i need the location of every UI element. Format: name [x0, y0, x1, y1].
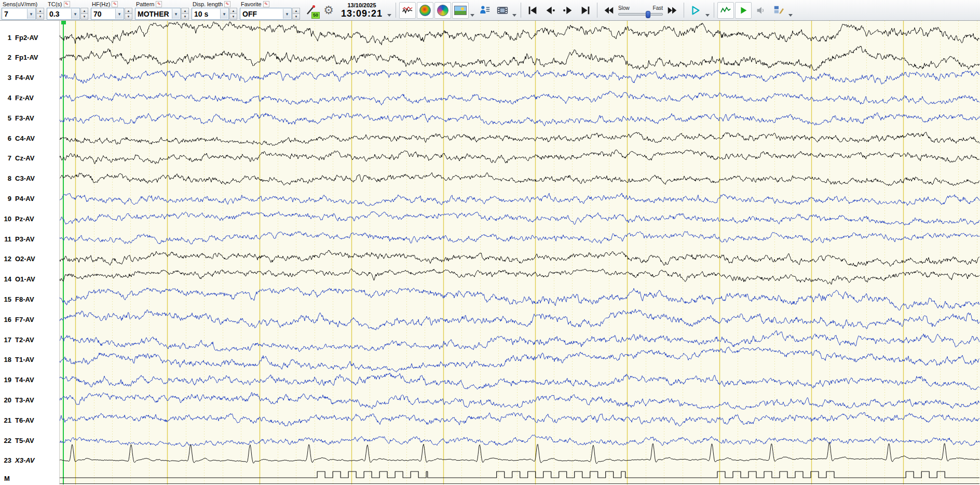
channel-number: 23	[0, 456, 11, 464]
display-length-dropdown-arrow-icon[interactable]: ▾	[220, 9, 228, 19]
display-length-select[interactable]: 10 s ▾	[192, 8, 229, 20]
favorite-select[interactable]: OFF ▾	[240, 8, 292, 20]
channel-row[interactable]: 5F3-AV	[0, 113, 59, 123]
channel-number: 6	[0, 134, 11, 142]
channel-number: 15	[0, 295, 11, 303]
channel-row[interactable]: 22T5-AV	[0, 436, 59, 445]
channel-row[interactable]: 16F7-AV	[0, 315, 59, 324]
pattern-edit-icon[interactable]: ✎	[156, 1, 162, 7]
channel-row[interactable]: 6C4-AV	[0, 133, 59, 143]
trend-view-button[interactable]	[717, 2, 734, 19]
channel-label: F7-AV	[15, 316, 34, 324]
channel-row[interactable]: 12O2-AV	[0, 254, 59, 264]
pattern-spin-down-button[interactable]: ▾	[181, 14, 189, 20]
waveform-display-button[interactable]	[399, 2, 416, 19]
auto-play-button[interactable]	[735, 2, 752, 19]
hf-dropdown-arrow-icon[interactable]: ▾	[115, 9, 123, 19]
sens-label-text: Sens(uV/mm)	[3, 1, 37, 7]
eeg-canvas[interactable]	[60, 21, 979, 484]
sens-dropdown-arrow-icon[interactable]: ▾	[27, 9, 35, 19]
channel-row[interactable]: 21T6-AV	[0, 415, 59, 425]
display-length-value: 10 s	[194, 10, 208, 18]
channel-row[interactable]: 10Pz-AV	[0, 214, 59, 223]
channel-row[interactable]: 8C3-AV	[0, 174, 59, 183]
channel-row[interactable]: 1Fp2-AV	[0, 33, 59, 42]
favorite-control: Favorite✎ OFF ▾ ▴ ▾	[240, 1, 300, 20]
play-caret-icon[interactable]	[705, 14, 710, 17]
favorite-edit-icon[interactable]: ✎	[263, 1, 269, 7]
channel-row[interactable]: 4Fz-AV	[0, 93, 59, 102]
channel-row[interactable]: 17T2-AV	[0, 335, 59, 344]
settings-button[interactable]: ⚙	[320, 2, 337, 19]
channel-row[interactable]: 14O1-AV	[0, 275, 59, 284]
hf-select[interactable]: 70 ▾	[91, 8, 124, 20]
channel-number: 21	[0, 416, 11, 424]
clock-dropdown-caret-icon[interactable]	[387, 14, 391, 17]
audio-button[interactable]	[753, 2, 769, 19]
skip-end-icon	[580, 5, 591, 16]
sens-spin-down-button[interactable]: ▾	[36, 14, 44, 20]
brain-topography-button[interactable]	[417, 2, 433, 19]
channel-number: 4	[0, 94, 11, 102]
hf-label: HF(Hz)✎	[91, 1, 132, 8]
pattern-spin-up-button[interactable]: ▴	[181, 8, 189, 14]
channel-row[interactable]: 3F4-AV	[0, 73, 59, 83]
tc-dropdown-arrow-icon[interactable]: ▾	[71, 9, 79, 19]
display-mode-caret-icon[interactable]	[470, 14, 474, 17]
channel-row[interactable]: 18T1-AV	[0, 355, 59, 365]
annotation-tools-button[interactable]	[770, 2, 787, 19]
patient-info-button[interactable]	[477, 2, 493, 19]
display-length-spin-down-button[interactable]: ▾	[229, 14, 237, 20]
pattern-dropdown-arrow-icon[interactable]: ▾	[172, 9, 180, 19]
trend-icon	[720, 5, 731, 16]
channel-row[interactable]: 23X3-AV	[0, 456, 59, 465]
hf-control: HF(Hz)✎ 70 ▾ ▴ ▾	[91, 1, 132, 20]
tc-label: TC(s)✎	[47, 1, 88, 8]
color-density-map-button[interactable]	[434, 2, 451, 19]
channel-row[interactable]: 20T3-AV	[0, 395, 59, 405]
play-button[interactable]	[687, 2, 704, 19]
display-length-spin-up-button[interactable]: ▴	[229, 8, 237, 14]
trace-area[interactable]	[60, 21, 980, 484]
tc-edit-icon[interactable]: ✎	[64, 1, 70, 7]
step-back-button[interactable]	[542, 2, 559, 19]
step-forward-button[interactable]	[560, 2, 576, 19]
sens-spin-up-button[interactable]: ▴	[36, 8, 44, 14]
tools-caret-icon[interactable]	[788, 14, 793, 17]
favorite-dropdown-arrow-icon[interactable]: ▾	[283, 9, 291, 19]
hf-spin-down-button[interactable]: ▾	[125, 14, 132, 20]
hf-spin-up-button[interactable]: ▴	[125, 8, 132, 14]
channel-row[interactable]: 9P4-AV	[0, 194, 59, 203]
video-button[interactable]	[494, 2, 511, 19]
fast-rewind-button[interactable]	[601, 2, 617, 19]
tc-select[interactable]: 0.3 ▾	[47, 8, 80, 20]
display-length-edit-icon[interactable]: ✎	[224, 1, 230, 7]
toolbar-separator	[714, 3, 714, 18]
hf-edit-icon[interactable]: ✎	[112, 1, 118, 7]
sens-select[interactable]: 7 ▾	[2, 8, 36, 20]
rewind-icon	[603, 5, 615, 16]
channel-label: T1-AV	[15, 356, 34, 363]
tc-spin-down-button[interactable]: ▾	[80, 14, 88, 20]
video-caret-icon[interactable]	[512, 14, 516, 17]
channel-number: 10	[0, 215, 11, 223]
channel-label: Cz-AV	[15, 154, 34, 162]
channel-row[interactable]: 11P3-AV	[0, 234, 59, 244]
notch-filter-button[interactable]: 50	[303, 2, 319, 19]
speed-slider-handle[interactable]	[646, 11, 650, 18]
tc-spin-up-button[interactable]: ▴	[80, 8, 88, 14]
skip-to-start-button[interactable]	[524, 2, 541, 19]
pattern-select[interactable]: MOTHER ▾	[135, 8, 181, 20]
favorite-spin-down-button[interactable]: ▾	[292, 14, 300, 20]
channel-row[interactable]: 7Cz-AV	[0, 154, 59, 163]
speed-slider-track[interactable]	[618, 13, 663, 16]
toolbar-separator	[396, 3, 396, 18]
channel-row[interactable]: 2Fp1-AV	[0, 53, 59, 62]
fast-forward-button[interactable]	[664, 2, 680, 19]
skip-to-end-button[interactable]	[577, 2, 594, 19]
channel-row[interactable]: 15F8-AV	[0, 294, 59, 304]
favorite-spin-up-button[interactable]: ▴	[292, 8, 300, 14]
image-view-button[interactable]	[452, 2, 469, 19]
slider-slow-label: Slow	[618, 5, 630, 11]
channel-row[interactable]: 19T4-AV	[0, 375, 59, 385]
